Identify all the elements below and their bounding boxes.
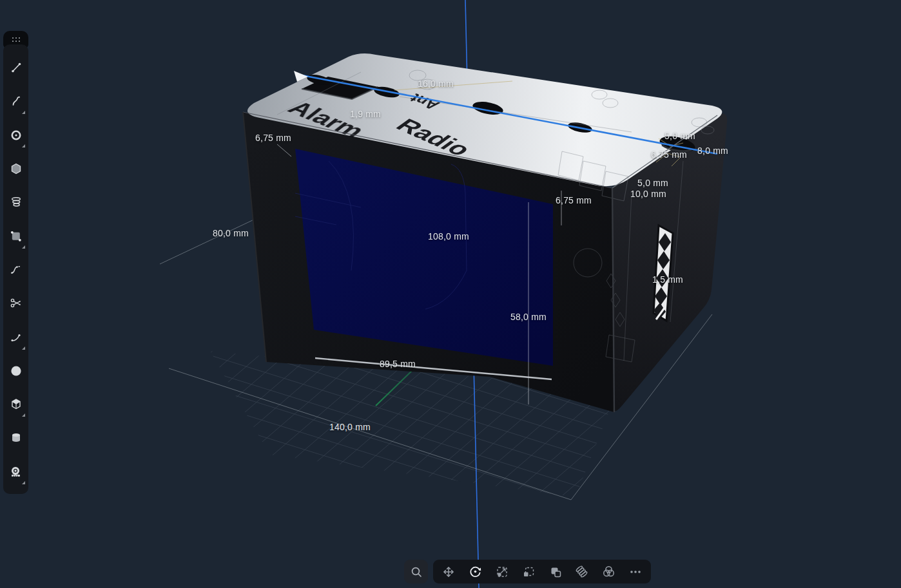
move-button[interactable] (438, 561, 460, 583)
boolean-venn-icon (602, 565, 615, 578)
arc-icon (9, 330, 23, 345)
submenu-indicator (22, 245, 25, 249)
submenu-indicator (22, 481, 25, 484)
polygon-icon (9, 162, 23, 176)
line-tool-button[interactable] (3, 51, 28, 84)
dimension-label[interactable]: 6,75 mm (651, 149, 687, 160)
dimension-label[interactable]: 6,75 mm (556, 195, 592, 205)
coil-icon (575, 565, 588, 578)
box-icon (9, 397, 23, 412)
coil-icon (9, 195, 23, 209)
app-window: Alarm Radio Ant (0, 0, 901, 588)
dimension-label[interactable]: 8,0 mm (697, 146, 728, 156)
measure-tool-button[interactable] (3, 455, 28, 489)
dimension-label[interactable]: 140,0 mm (329, 422, 371, 432)
dimension-label[interactable]: 5,0 mm (637, 178, 668, 188)
dimension-label[interactable]: 5,0 mm (664, 131, 695, 141)
move-icon (442, 565, 455, 578)
zoom-button[interactable] (404, 560, 428, 583)
select-region-button[interactable] (518, 561, 539, 583)
cylinder-tool-button[interactable] (3, 421, 28, 455)
rectangle-tool-button[interactable] (3, 219, 28, 252)
box-tool-button[interactable] (3, 388, 28, 421)
ellipse-icon (9, 364, 23, 378)
scale-button[interactable] (491, 561, 513, 583)
rectangle-icon (9, 229, 23, 243)
boolean-button[interactable] (597, 561, 619, 583)
dimension-label[interactable]: 80,0 mm (213, 228, 249, 238)
dimension-label[interactable]: 108,0 mm (428, 231, 469, 242)
search-icon (410, 565, 423, 578)
orbit-icon (469, 565, 482, 578)
circle-icon (9, 128, 23, 142)
view-toolbar (404, 560, 651, 583)
submenu-indicator (22, 144, 25, 147)
submenu-indicator (22, 413, 25, 417)
trim-tool-button[interactable] (3, 287, 28, 320)
coil-tool-button[interactable] (3, 185, 28, 219)
arc-tool-button[interactable] (3, 320, 28, 354)
measure-tape-icon (9, 465, 23, 479)
coil-view-button[interactable] (571, 561, 593, 583)
circle-tool-button[interactable] (3, 119, 28, 152)
model-alarm-radio[interactable]: Alarm Radio Ant (243, 53, 727, 412)
sketch-toolbar (3, 31, 28, 494)
dimension-label[interactable]: 10,0 mm (630, 189, 666, 199)
dimension-label[interactable]: 58,0 mm (510, 312, 547, 322)
dimension-label[interactable]: 1,5 mm (652, 274, 683, 285)
duplicate-icon (549, 565, 562, 578)
dimension-label[interactable]: 1,9 mm (350, 109, 381, 119)
curve-tool-button[interactable] (3, 84, 28, 118)
orbit-button[interactable] (465, 561, 487, 583)
spline-tool-button[interactable] (3, 253, 28, 287)
more-options-button[interactable] (625, 561, 646, 583)
ellipsis-icon (629, 565, 642, 578)
drag-dots-icon (11, 37, 21, 43)
submenu-indicator (22, 111, 25, 114)
dimension-label[interactable]: 16,0 mm (418, 79, 454, 89)
scale-icon (496, 565, 509, 578)
submenu-indicator (22, 346, 25, 350)
trim-scissors-icon (9, 296, 23, 310)
dimension-label[interactable]: 89,5 mm (380, 359, 416, 369)
tool-column (3, 44, 28, 494)
view-toolbar-main (433, 560, 651, 583)
curve-icon (9, 94, 23, 108)
dimension-label[interactable]: 6,75 mm (255, 133, 291, 143)
duplicate-button[interactable] (545, 561, 567, 583)
ellipse-tool-button[interactable] (3, 354, 28, 388)
select-region-icon (522, 565, 535, 578)
cylinder-icon (9, 431, 23, 445)
polygon-tool-button[interactable] (3, 152, 28, 185)
spline-icon (9, 263, 23, 277)
line-icon (9, 61, 23, 75)
